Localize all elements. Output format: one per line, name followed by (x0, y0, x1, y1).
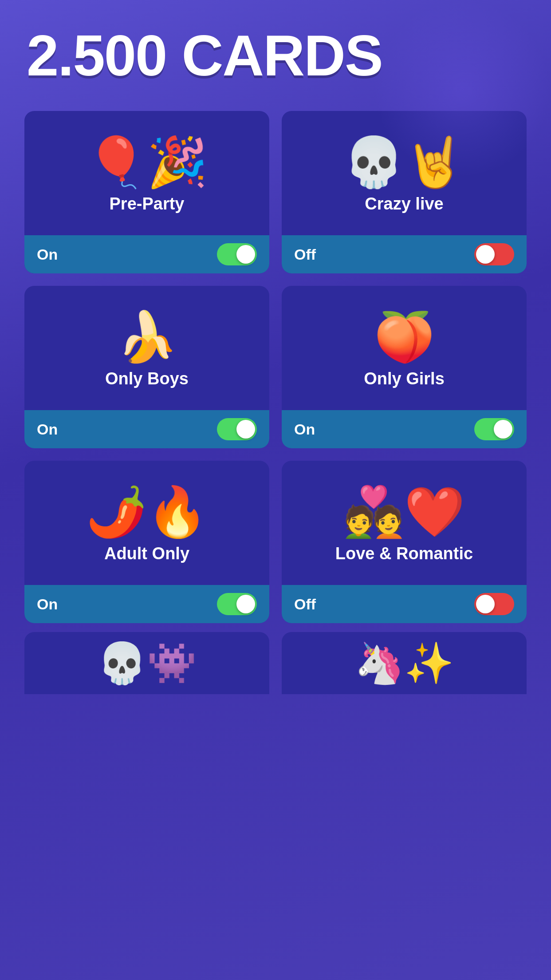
card-love-romantic-title: Love & Romantic (335, 544, 473, 563)
toggle-knob (236, 245, 255, 264)
toggle-knob (236, 595, 255, 613)
card-crazy-live-status: Off (294, 246, 316, 263)
card-only-boys-emoji: 🍌 (117, 312, 177, 361)
card-only-boys-body: 🍌 Only Boys (24, 286, 269, 410)
card-only-boys-toggle[interactable] (217, 418, 257, 440)
card-adult-only-footer: On (24, 585, 269, 623)
card-only-girls-footer: On (282, 410, 527, 448)
card-only-girls: 🍑 Only Girls On (282, 286, 527, 448)
card-crazy-live-footer: Off (282, 235, 527, 273)
toggle-knob (494, 420, 512, 439)
partial-skull-emoji: 💀👾 (97, 640, 197, 687)
card-love-romantic-emoji: 💑❤️ (343, 487, 465, 536)
toggle-knob (236, 420, 255, 439)
card-adult-only-status: On (37, 596, 58, 613)
card-pre-party: 🎈🎉 Pre-Party On (24, 111, 269, 273)
card-adult-only-body: 🌶️🔥 Adult Only (24, 461, 269, 585)
card-adult-only: 🌶️🔥 Adult Only On (24, 461, 269, 623)
card-love-romantic: 💑❤️ Love & Romantic Off (282, 461, 527, 623)
card-love-romantic-toggle[interactable] (474, 593, 514, 615)
card-partial-party2: 🦄✨ (282, 632, 527, 694)
card-pre-party-status: On (37, 246, 58, 263)
card-only-girls-toggle[interactable] (474, 418, 514, 440)
toggle-knob (476, 595, 495, 613)
card-adult-only-title: Adult Only (104, 544, 189, 563)
cards-grid: 🎈🎉 Pre-Party On 💀🤘 Crazy live Off 🍌 Only… (0, 102, 551, 632)
card-only-girls-status: On (294, 421, 315, 438)
card-only-boys: 🍌 Only Boys On (24, 286, 269, 448)
card-only-boys-footer: On (24, 410, 269, 448)
toggle-knob (476, 245, 495, 264)
card-love-romantic-footer: Off (282, 585, 527, 623)
card-crazy-live-body: 💀🤘 Crazy live (282, 111, 527, 235)
card-pre-party-footer: On (24, 235, 269, 273)
card-pre-party-body: 🎈🎉 Pre-Party (24, 111, 269, 235)
card-only-boys-title: Only Boys (105, 369, 189, 388)
partial-party2-emoji: 🦄✨ (354, 640, 454, 687)
card-only-girls-title: Only Girls (364, 369, 445, 388)
card-only-girls-body: 🍑 Only Girls (282, 286, 527, 410)
card-pre-party-toggle[interactable] (217, 243, 257, 265)
card-only-girls-emoji: 🍑 (374, 312, 435, 361)
card-crazy-live-title: Crazy live (365, 194, 443, 213)
card-crazy-live: 💀🤘 Crazy live Off (282, 111, 527, 273)
page-title: 2.500 CARDS (0, 0, 551, 102)
card-pre-party-title: Pre-Party (110, 194, 185, 213)
card-love-romantic-body: 💑❤️ Love & Romantic (282, 461, 527, 585)
card-crazy-live-emoji: 💀🤘 (343, 138, 465, 186)
card-only-boys-status: On (37, 421, 58, 438)
card-adult-only-emoji: 🌶️🔥 (86, 487, 208, 536)
card-love-romantic-status: Off (294, 596, 316, 613)
partial-cards-row: 💀👾 🦄✨ (0, 632, 551, 694)
card-adult-only-toggle[interactable] (217, 593, 257, 615)
card-crazy-live-toggle[interactable] (474, 243, 514, 265)
card-pre-party-emoji: 🎈🎉 (86, 138, 208, 186)
card-partial-skull: 💀👾 (24, 632, 269, 694)
